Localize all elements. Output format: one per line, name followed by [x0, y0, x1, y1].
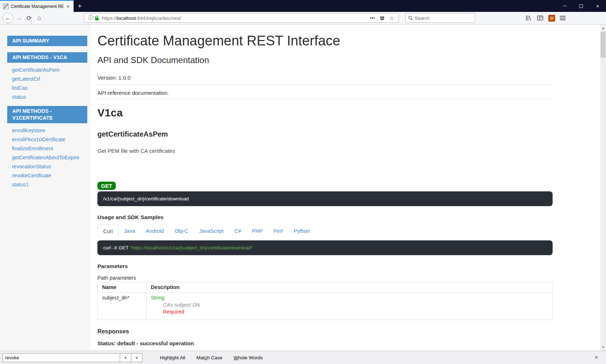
param-name-cell: subject_dn* — [98, 293, 146, 320]
lock-icon — [95, 15, 99, 21]
sidenav-link-getCertificatesAboutToExpire[interactable]: getCertificatesAboutToExpire — [12, 155, 90, 160]
sdk-tab-JavaScript[interactable]: JavaScript — [194, 224, 229, 238]
curl-sample-box: curl -X GET "https://localhost/v1/ca/{su… — [97, 240, 553, 255]
divider — [97, 84, 553, 85]
scrollbar-thumb[interactable] — [601, 32, 606, 58]
window-controls: × — [556, 0, 606, 12]
response-status-line: Status: default - successful operation — [97, 340, 553, 346]
close-window-button[interactable]: × — [589, 0, 606, 12]
maximize-button[interactable] — [573, 0, 589, 12]
library-icon[interactable] — [525, 15, 532, 21]
toolbar-right-icons: ⚙ — [525, 15, 566, 22]
url-bar[interactable]: ⓘ https://localhost:8443/ejbca/doc/rest/… — [84, 13, 399, 23]
navigation-toolbar: ← → ⟳ ⌂ ⓘ https://localhost:8443/ejbca/d… — [0, 12, 606, 25]
table-column-header: Description — [146, 282, 553, 293]
sidenav-link-revokeCertificate[interactable]: revokeCertificate — [12, 173, 90, 178]
sdk-tab-PHP[interactable]: PHP — [246, 224, 268, 238]
param-table-body: subject_dn*StringCAs subject DNRequired — [98, 293, 553, 320]
browser-tab[interactable]: Certificate Management REST I × — [0, 0, 74, 12]
sidenav-link-listCas[interactable]: listCas — [12, 85, 90, 91]
forward-button[interactable]: → — [14, 13, 24, 23]
sidenav-section-header: API METHODS - V1CERTIFICATE — [7, 106, 87, 123]
find-next-button[interactable]: ∨ — [131, 353, 142, 362]
table-header-row: NameDescription — [98, 282, 553, 293]
find-close-icon[interactable]: × — [594, 354, 598, 361]
search-bar[interactable] — [405, 13, 475, 23]
bookmark-star-icon[interactable]: ☆ — [389, 15, 394, 22]
curl-command: curl -X GET — [103, 245, 130, 250]
method-heading: getCertificateAsPem — [97, 130, 553, 138]
table-column-header: Name — [98, 282, 146, 293]
page-title: Certificate Management REST Interface — [97, 33, 553, 49]
maximize-icon — [579, 4, 583, 8]
param-description: CAs subject DN — [163, 302, 548, 308]
sidenav-link-getLatestCrl[interactable]: getLatestCrl — [12, 76, 90, 82]
extension-gear-icon[interactable]: ⚙ — [548, 15, 555, 22]
sidenav-link-finalizeEnrollment[interactable]: finalizeEnrollment — [12, 146, 90, 151]
sidenav-link-getCertificateAsPem[interactable]: getCertificateAsPem — [12, 67, 90, 73]
sdk-tab-Python[interactable]: Python — [288, 224, 315, 238]
sidenav-link-status1[interactable]: status1 — [12, 182, 90, 187]
api-reference-note: API reference documentation. — [97, 90, 553, 96]
menu-hamburger-icon[interactable] — [560, 16, 566, 20]
responses-heading: Responses — [97, 328, 553, 335]
sidenav-links: getCertificateAsPemgetLatestCrllistCasst… — [12, 67, 90, 100]
main-content: Certificate Management REST Interface AP… — [90, 25, 600, 351]
sdk-tab-C#[interactable]: C# — [229, 224, 247, 238]
sidenav-link-enrollPkcs10Certificate[interactable]: enrollPkcs10Certificate — [12, 137, 90, 142]
find-toggle-whole-words[interactable]: Whole Words — [234, 355, 263, 360]
section-heading-v1ca: V1ca — [97, 107, 553, 119]
page-viewport: API SUMMARYAPI METHODS - V1CAgetCertific… — [0, 25, 606, 351]
reload-button[interactable]: ⟳ — [24, 13, 34, 23]
vertical-scrollbar[interactable]: ▲ ▼ — [600, 25, 606, 351]
sidebar-toggle-icon[interactable] — [537, 15, 544, 21]
find-input[interactable] — [3, 353, 120, 362]
http-method-badge: GET — [97, 182, 116, 190]
endpoint-path-box: /v1/ca/{subject_dn}/certificate/download — [97, 191, 553, 206]
version-label: Version: 1.0.0 — [97, 75, 553, 81]
url-text[interactable]: https://localhost:8443/ejbca/doc/rest/ — [102, 15, 368, 21]
curl-url-string: "https://localhost/v1/ca/{subject_dn}/ce… — [130, 245, 253, 250]
minimize-icon — [563, 6, 567, 6]
home-button[interactable]: ⌂ — [34, 13, 44, 23]
back-button[interactable]: ← — [3, 13, 13, 23]
param-type: String — [151, 295, 164, 301]
method-summary: Get PEM file with CA certificates — [97, 148, 553, 154]
find-toggles: Highlight AllMatch CaseWhole Words — [160, 355, 263, 360]
sidenav-section-header: API METHODS - V1CA — [7, 52, 87, 63]
param-description-cell: StringCAs subject DNRequired — [146, 293, 553, 320]
scroll-down-icon[interactable]: ▼ — [600, 344, 606, 350]
divider — [97, 99, 553, 99]
sidenav-section-header: API SUMMARY — [7, 36, 87, 46]
find-toggle-match-case[interactable]: Match Case — [197, 355, 223, 360]
browser-window: Certificate Management REST I × + × ← → … — [0, 0, 606, 364]
tab-bar: Certificate Management REST I × + × — [0, 0, 606, 12]
site-info-icon[interactable]: ⓘ — [88, 15, 93, 21]
find-bar: ∧ ∨ Highlight AllMatch CaseWhole Words × — [0, 351, 606, 364]
page-subtitle: API and SDK Documentation — [97, 55, 553, 65]
minimize-button[interactable] — [556, 0, 573, 12]
parameters-heading: Parameters — [97, 263, 553, 270]
tab-close-icon[interactable]: × — [66, 4, 71, 9]
sidenav-link-enrollKeystore[interactable]: enrollKeystore — [12, 128, 90, 133]
sidenav-link-status[interactable]: status — [12, 94, 90, 100]
sdk-tab-Java[interactable]: Java — [119, 224, 141, 238]
find-toggle-highlight-all[interactable]: Highlight All — [160, 355, 185, 360]
find-previous-button[interactable]: ∧ — [120, 353, 131, 362]
table-row: subject_dn*StringCAs subject DNRequired — [98, 293, 553, 320]
sdk-tab-Curl[interactable]: Curl — [97, 224, 119, 238]
sidenav: API SUMMARYAPI METHODS - V1CAgetCertific… — [0, 25, 90, 351]
sidenav-link-revocationStatus[interactable]: revocationStatus — [12, 164, 90, 169]
new-tab-button[interactable]: + — [74, 0, 86, 12]
favicon-icon — [3, 4, 9, 9]
sidenav-links: enrollKeystoreenrollPkcs10Certificatefin… — [12, 128, 90, 187]
search-input[interactable] — [415, 15, 465, 21]
sdk-tab-Obj-C[interactable]: Obj-C — [169, 224, 194, 238]
scroll-up-icon[interactable]: ▲ — [600, 25, 606, 31]
sdk-tab-Android[interactable]: Android — [140, 224, 169, 238]
sdk-tab-Perl[interactable]: Perl — [268, 224, 288, 238]
pocket-icon[interactable] — [379, 15, 385, 21]
parameters-table: NameDescription subject_dn*StringCAs sub… — [97, 282, 553, 320]
page-actions-icon[interactable]: ••• — [370, 15, 375, 21]
path-parameters-label: Path parameters — [97, 275, 553, 281]
